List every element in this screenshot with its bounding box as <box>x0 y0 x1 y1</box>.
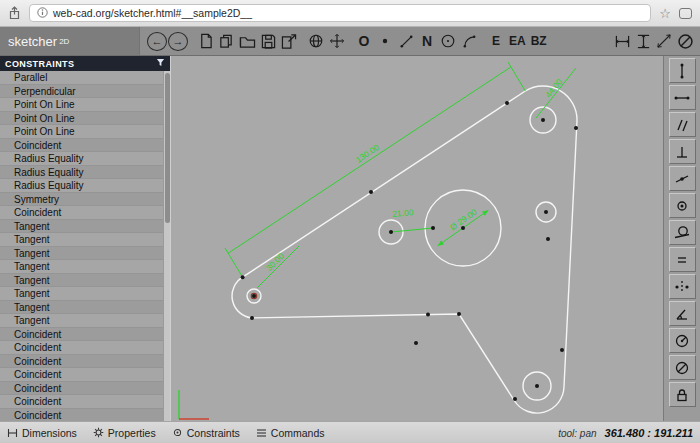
elliptical-arc-tool-button[interactable]: EA <box>507 30 528 52</box>
share-icon[interactable] <box>8 6 21 20</box>
open-button[interactable] <box>237 30 257 52</box>
dimension-tools-group <box>612 30 695 52</box>
constraint-row[interactable]: Point On Line <box>0 125 163 139</box>
tab-dimensions-label: Dimensions <box>22 427 77 439</box>
constraint-row[interactable]: Tangent <box>0 260 163 274</box>
constraint-row[interactable]: Tangent <box>0 314 163 328</box>
vertical-constraint-button[interactable] <box>669 58 696 83</box>
tab-commands-label: Commands <box>271 427 325 439</box>
globe-icon[interactable] <box>306 30 326 52</box>
horizontal-constraint-button[interactable] <box>669 85 696 110</box>
point-tool-button[interactable] <box>375 30 395 52</box>
constraint-row-label: Point On Line <box>14 99 75 110</box>
perpendicular-constraint-button[interactable] <box>669 139 696 164</box>
constraint-row[interactable]: Coincident <box>0 355 163 369</box>
sidebar-scrollbar[interactable] <box>163 71 170 421</box>
constraints-panel: CONSTRAINTS Parallel Perpendicular Point… <box>0 56 170 421</box>
constraint-row-label: Tangent <box>14 315 50 326</box>
polyline-tool-button[interactable]: N <box>417 30 437 52</box>
page-info-icon[interactable] <box>37 7 48 20</box>
clone-button[interactable] <box>216 30 236 52</box>
aligned-dimension-button[interactable] <box>654 30 674 52</box>
save-button[interactable] <box>258 30 278 52</box>
view-group <box>306 30 347 52</box>
constraint-row[interactable]: Tangent <box>0 233 163 247</box>
angle-constraint-button[interactable] <box>669 301 696 326</box>
tab-commands[interactable]: Commands <box>256 427 325 439</box>
browser-bar: web-cad.org/sketcher.html#__sample2D__ ☆ <box>0 0 700 27</box>
pan-tool-button[interactable] <box>327 30 347 52</box>
sketch-outline[interactable] <box>232 86 577 413</box>
constraint-row-label: Coincident <box>14 207 61 218</box>
constraint-row-label: Point On Line <box>14 113 75 124</box>
arc-tool-button[interactable] <box>459 30 479 52</box>
redo-button[interactable]: → <box>168 32 188 51</box>
tab-overview-icon[interactable] <box>679 8 692 19</box>
no-snap-button[interactable] <box>675 30 695 52</box>
constraint-row[interactable]: Coincident <box>0 139 163 153</box>
horizontal-dimension-button[interactable] <box>612 30 632 52</box>
tab-constraints-label: Constraints <box>187 427 240 439</box>
cursor-coordinates: 361.480 : 191.211 <box>605 427 693 439</box>
radius-dimension-button[interactable] <box>669 328 696 353</box>
constraint-row[interactable]: Tangent <box>0 247 163 261</box>
constraint-row[interactable]: Radius Equality <box>0 179 163 193</box>
constraint-row[interactable]: Coincident <box>0 395 163 409</box>
dimension-21[interactable] <box>391 228 433 232</box>
tab-constraints[interactable]: Constraints <box>172 427 240 439</box>
point-on-line-constraint-button[interactable] <box>669 166 696 191</box>
constraint-row[interactable]: Radius Equality <box>0 166 163 180</box>
bookmark-star-icon[interactable]: ☆ <box>659 6 671 21</box>
dim-label-21[interactable]: 21.00 <box>392 207 414 219</box>
constraint-row[interactable]: Perpendicular <box>0 85 163 99</box>
constraint-row[interactable]: Coincident <box>0 368 163 382</box>
symmetry-constraint-button[interactable] <box>669 274 696 299</box>
undo-button[interactable]: ← <box>147 32 167 51</box>
constraint-row[interactable]: Symmetry <box>0 193 163 207</box>
constraint-row-label: Radius Equality <box>14 167 83 178</box>
sketch-canvas[interactable]: 130.00 44.00 21.00 Ø 29.00 30.00 <box>170 56 663 421</box>
constraint-row[interactable]: Coincident <box>0 382 163 396</box>
constraint-row[interactable]: Radius Equality <box>0 152 163 166</box>
constraint-row-label: Coincident <box>14 342 61 353</box>
filter-icon[interactable] <box>156 58 165 69</box>
circle-tool-button[interactable] <box>438 30 458 52</box>
constraint-toolbar <box>663 56 700 421</box>
tangent-constraint-button[interactable] <box>669 220 696 245</box>
status-bar: Dimensions Properties Constraints Comman… <box>0 421 700 443</box>
constraint-row[interactable]: Tangent <box>0 301 163 315</box>
constraint-row[interactable]: Point On Line <box>0 112 163 126</box>
constraint-row[interactable]: Tangent <box>0 220 163 234</box>
sketch-drawing[interactable]: 130.00 44.00 21.00 Ø 29.00 30.00 <box>171 56 663 421</box>
export-button[interactable] <box>279 30 299 52</box>
diameter-dimension-button[interactable] <box>669 355 696 380</box>
constraint-row-label: Tangent <box>14 234 50 245</box>
constraint-row[interactable]: Coincident <box>0 206 163 220</box>
dimension-130[interactable] <box>225 62 525 277</box>
sketch-points[interactable] <box>241 101 578 401</box>
active-tool-label: tool: pan <box>558 428 596 439</box>
offset-tool-button[interactable]: O <box>354 30 374 52</box>
lock-constraint-button[interactable] <box>669 382 696 407</box>
vertical-dimension-button[interactable] <box>633 30 653 52</box>
constraint-row[interactable]: Tangent <box>0 274 163 288</box>
new-sketch-button[interactable] <box>195 30 215 52</box>
constraint-row-label: Radius Equality <box>14 180 83 191</box>
constraint-row[interactable]: Parallel <box>0 71 163 85</box>
line-tool-button[interactable] <box>396 30 416 52</box>
coincident-constraint-button[interactable] <box>669 193 696 218</box>
tab-properties[interactable]: Properties <box>93 427 156 439</box>
constraint-row[interactable]: Coincident <box>0 328 163 342</box>
file-group <box>195 30 299 52</box>
constraint-row[interactable]: Tangent <box>0 287 163 301</box>
parallel-constraint-button[interactable] <box>669 112 696 137</box>
equal-constraint-button[interactable] <box>669 247 696 272</box>
ellipse-tool-button[interactable]: E <box>486 30 506 52</box>
constraint-row[interactable]: Coincident <box>0 409 163 422</box>
constraint-row[interactable]: Point On Line <box>0 98 163 112</box>
constraints-panel-title: CONSTRAINTS <box>5 59 74 69</box>
address-bar[interactable]: web-cad.org/sketcher.html#__sample2D__ <box>29 4 651 22</box>
bezier-tool-button[interactable]: BZ <box>529 30 549 52</box>
tab-dimensions[interactable]: Dimensions <box>7 427 77 439</box>
constraint-row[interactable]: Coincident <box>0 341 163 355</box>
